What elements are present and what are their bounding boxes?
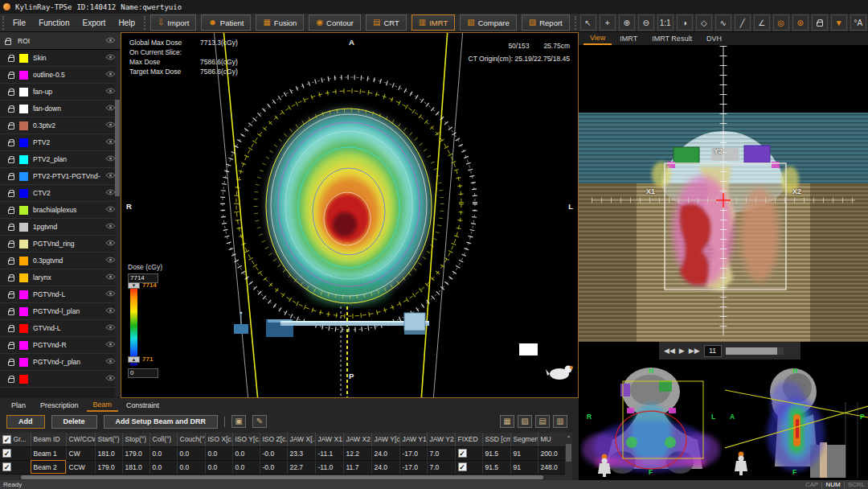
module-fusion-button[interactable]: ▦Fusion: [256, 14, 304, 31]
beam-value-cell[interactable]: -17.0: [399, 446, 427, 460]
window-level-tool-button[interactable]: ◑: [677, 14, 693, 31]
roi-row[interactable]: PTV2-PTV1-PGTVnd-PGTVn:: [0, 168, 121, 185]
lock-icon[interactable]: [8, 142, 14, 146]
beam-value-cell[interactable]: 200.0: [538, 446, 566, 460]
beam-value-cell[interactable]: 181.0: [122, 460, 149, 474]
beam-value-cell[interactable]: 12.2: [343, 446, 371, 460]
beam-fixed-cell[interactable]: ✓: [455, 446, 482, 460]
beam-select-cell[interactable]: ✓: [0, 460, 31, 474]
beam-value-cell[interactable]: 91: [510, 446, 538, 460]
column-header[interactable]: Stop(°): [122, 433, 149, 446]
module-report-button[interactable]: ▨Report: [522, 14, 570, 31]
segment-number[interactable]: 11: [704, 345, 722, 357]
roi-row[interactable]: PGTVnd_ring: [0, 236, 121, 253]
beam-value-cell[interactable]: 0.0: [149, 446, 177, 460]
lock-icon[interactable]: [8, 260, 14, 265]
roi-row[interactable]: 0.3pgtvnd: [0, 253, 121, 269]
legend-upper-handle[interactable]: ▼: [128, 282, 140, 289]
segment-slider[interactable]: [726, 347, 784, 355]
beam-value-cell[interactable]: 91.5: [482, 446, 510, 460]
lock-icon[interactable]: [8, 158, 14, 163]
column-header[interactable]: ISO Z[c...: [260, 433, 287, 446]
edit-beam-icon[interactable]: ✎: [252, 415, 267, 428]
roi-row[interactable]: 1pgtvnd: [0, 219, 121, 236]
beam-value-cell[interactable]: -0.0: [260, 446, 287, 460]
beam-value-cell[interactable]: -17.0: [399, 460, 427, 474]
play-icon[interactable]: ▶: [679, 347, 685, 355]
module-crt-button[interactable]: ▤CRT: [366, 14, 407, 31]
roi-row[interactable]: PGTVnd-l_plan: [0, 303, 121, 320]
lock-icon[interactable]: [8, 226, 14, 231]
module-compare-button[interactable]: ▧Compare: [460, 14, 517, 31]
lock-icon[interactable]: [8, 277, 14, 281]
beam-value-cell[interactable]: 0.0: [149, 460, 177, 474]
roi-row[interactable]: fan-up: [0, 84, 121, 101]
tab-beam[interactable]: Beam: [87, 399, 119, 412]
lock-icon[interactable]: [8, 327, 14, 332]
menu-export[interactable]: Export: [76, 18, 112, 27]
column-header[interactable]: FIXED: [455, 433, 482, 446]
export-table-icon[interactable]: ▤: [535, 415, 550, 428]
beam-value-cell[interactable]: 179.0: [122, 446, 149, 460]
sidebar-scrollbar[interactable]: [115, 51, 120, 397]
lock-icon[interactable]: [5, 40, 11, 45]
beam-id-cell[interactable]: Beam 1: [31, 446, 66, 460]
column-header[interactable]: Segment: [510, 433, 538, 446]
lock-icon[interactable]: [8, 361, 14, 366]
rotate-3d-tool-button[interactable]: ◇: [696, 14, 712, 31]
column-header[interactable]: Couch(°): [177, 433, 205, 446]
lock-icon[interactable]: [8, 57, 14, 62]
column-header[interactable]: Beam ID: [31, 433, 66, 446]
column-header[interactable]: ISO X[c...: [205, 433, 232, 446]
roi-row[interactable]: outline-0.5: [0, 67, 121, 84]
lock-icon[interactable]: [8, 74, 14, 79]
beam-row[interactable]: ✓Beam 1CW181.0179.00.00.00.00.0-0.023.3-…: [0, 446, 566, 460]
roi-row[interactable]: PGTVnd-r_plan: [0, 354, 121, 371]
zoom-in-tool-button[interactable]: ⊕: [619, 14, 635, 31]
module-imrt-button[interactable]: ▥IMRT: [411, 14, 456, 31]
tab-imrt-result[interactable]: IMRT Result: [645, 34, 698, 44]
tab-dvh[interactable]: DVH: [700, 34, 728, 44]
select-all-checkbox[interactable]: ✓: [2, 435, 11, 444]
beam-value-cell[interactable]: 22.7: [287, 460, 315, 474]
beam-fixed-cell[interactable]: ✓: [455, 460, 482, 474]
module-patient-button[interactable]: ☻Patient: [201, 14, 251, 31]
target-tool-button[interactable]: ◎: [773, 14, 789, 31]
beam-row[interactable]: ✓Beam 2CCW179.0181.00.00.00.00.0-0.022.7…: [0, 460, 566, 474]
column-header[interactable]: JAW X1...: [315, 433, 343, 446]
pointer-tool-button[interactable]: ↖: [580, 14, 596, 31]
beam-id-cell[interactable]: Beam 2: [31, 460, 66, 474]
add-setup-beam-drr-button[interactable]: Add Setup Beam and DRR: [104, 415, 219, 429]
roi-row[interactable]: Skin: [0, 50, 121, 67]
measure-tool-button[interactable]: ╱: [735, 14, 751, 31]
axial-ct-view[interactable]: Global Max Dose7713.3(cGy) On Current Sl…: [121, 32, 579, 398]
roi-row[interactable]: PTV2: [0, 134, 121, 151]
table-vertical-scrollbar[interactable]: ▴: [565, 433, 572, 475]
roi-row[interactable]: larynx: [0, 269, 121, 286]
lock-icon[interactable]: [8, 91, 14, 96]
fast-forward-icon[interactable]: ▶▶: [689, 347, 700, 355]
column-header[interactable]: JAW Y[c...: [371, 433, 399, 446]
beam-value-cell[interactable]: -11.0: [315, 460, 343, 474]
beam-value-cell[interactable]: 179.0: [95, 460, 122, 474]
beam-value-cell[interactable]: 181.0: [95, 446, 122, 460]
beam-value-cell[interactable]: 91.5: [482, 460, 510, 474]
beam-value-cell[interactable]: 7.0: [427, 446, 455, 460]
beam-eye-view[interactable]: Y2 X1 X2 ◀◀ ▶ ▶▶ 11: [579, 46, 868, 366]
beam-value-cell[interactable]: 0.0: [205, 446, 232, 460]
eye-icon[interactable]: [105, 37, 116, 45]
pan-tool-button[interactable]: +: [600, 14, 616, 31]
lock-icon[interactable]: [8, 243, 14, 248]
roi-row[interactable]: brachialplexus: [0, 202, 121, 219]
delete-beam-button[interactable]: Delete: [51, 415, 97, 429]
fixed-checkbox[interactable]: ✓: [458, 462, 467, 471]
zoom-out-tool-button[interactable]: ⊖: [638, 14, 654, 31]
lock-icon[interactable]: [8, 125, 14, 129]
beam-value-cell[interactable]: 0.0: [177, 446, 205, 460]
actual-size-tool-button[interactable]: 1:1: [657, 14, 674, 31]
lock-icon[interactable]: [8, 310, 14, 315]
column-header[interactable]: JAW X2...: [343, 433, 371, 446]
lock-icon[interactable]: [8, 294, 14, 298]
tab-prescription[interactable]: Prescription: [34, 400, 85, 411]
beam-select-cell[interactable]: ✓: [0, 446, 31, 460]
